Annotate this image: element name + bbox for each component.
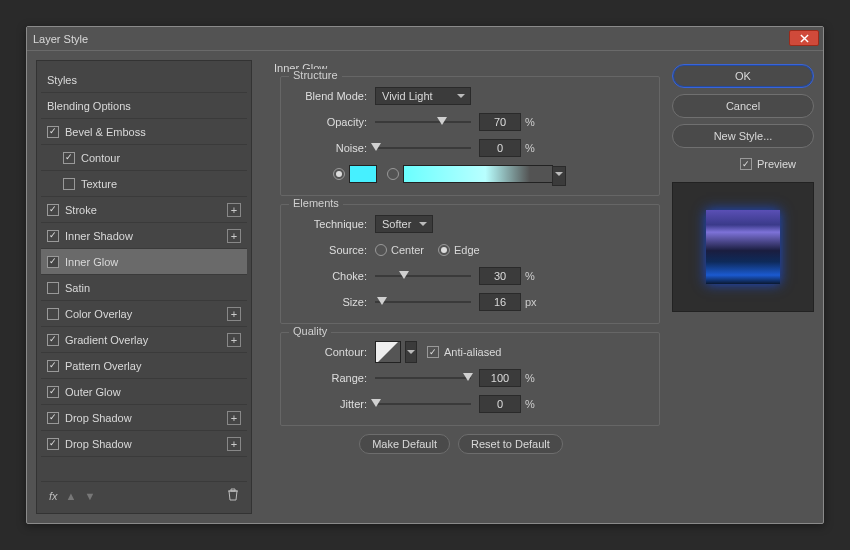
effect-label: Contour xyxy=(81,152,120,164)
quality-group: Quality Contour: Anti-aliased Range: 100… xyxy=(280,332,660,426)
opacity-input[interactable]: 70 xyxy=(479,113,521,131)
preview-label: Preview xyxy=(757,158,796,170)
range-label: Range: xyxy=(291,372,367,384)
choke-unit: % xyxy=(525,270,535,282)
glow-gradient-radio[interactable] xyxy=(387,168,399,180)
range-input[interactable]: 100 xyxy=(479,369,521,387)
choke-input[interactable]: 30 xyxy=(479,267,521,285)
fx-icon[interactable]: fx xyxy=(49,490,58,502)
effect-label: Pattern Overlay xyxy=(65,360,141,372)
effect-label: Inner Glow xyxy=(65,256,118,268)
add-effect-icon[interactable]: + xyxy=(227,437,241,451)
effect-label: Styles xyxy=(47,74,77,86)
effect-row-styles[interactable]: Styles xyxy=(41,67,247,93)
effect-row-drop-shadow[interactable]: Drop Shadow+ xyxy=(41,431,247,457)
preview-checkbox[interactable] xyxy=(740,158,752,170)
cancel-button[interactable]: Cancel xyxy=(672,94,814,118)
effect-row-blending-options[interactable]: Blending Options xyxy=(41,93,247,119)
effect-label: Blending Options xyxy=(47,100,131,112)
make-default-button[interactable]: Make Default xyxy=(359,434,450,454)
choke-slider[interactable] xyxy=(375,269,471,283)
effects-footer: fx ▲ ▼ xyxy=(41,481,247,509)
close-button[interactable] xyxy=(789,30,819,46)
effect-row-satin[interactable]: Satin xyxy=(41,275,247,301)
opacity-label: Opacity: xyxy=(291,116,367,128)
noise-slider[interactable] xyxy=(375,141,471,155)
effect-checkbox[interactable] xyxy=(63,178,75,190)
add-effect-icon[interactable]: + xyxy=(227,307,241,321)
effect-row-color-overlay[interactable]: Color Overlay+ xyxy=(41,301,247,327)
range-unit: % xyxy=(525,372,535,384)
move-down-icon[interactable]: ▼ xyxy=(84,490,95,502)
effect-row-stroke[interactable]: Stroke+ xyxy=(41,197,247,223)
effects-list: StylesBlending OptionsBevel & EmbossCont… xyxy=(36,60,252,514)
effect-checkbox[interactable] xyxy=(47,334,59,346)
effect-row-pattern-overlay[interactable]: Pattern Overlay xyxy=(41,353,247,379)
reset-default-button[interactable]: Reset to Default xyxy=(458,434,563,454)
add-effect-icon[interactable]: + xyxy=(227,203,241,217)
effect-checkbox[interactable] xyxy=(47,282,59,294)
effect-checkbox[interactable] xyxy=(47,230,59,242)
effect-row-outer-glow[interactable]: Outer Glow xyxy=(41,379,247,405)
quality-legend: Quality xyxy=(289,325,331,337)
effect-checkbox[interactable] xyxy=(47,308,59,320)
antialiased-checkbox[interactable] xyxy=(427,346,439,358)
effect-row-inner-shadow[interactable]: Inner Shadow+ xyxy=(41,223,247,249)
contour-picker[interactable] xyxy=(375,341,401,363)
glow-gradient-picker[interactable] xyxy=(403,165,553,183)
effect-checkbox[interactable] xyxy=(47,126,59,138)
add-effect-icon[interactable]: + xyxy=(227,411,241,425)
ok-button[interactable]: OK xyxy=(672,64,814,88)
effect-label: Stroke xyxy=(65,204,97,216)
effect-label: Bevel & Emboss xyxy=(65,126,146,138)
source-label: Source: xyxy=(291,244,367,256)
contour-dropdown[interactable] xyxy=(405,341,417,363)
choke-label: Choke: xyxy=(291,270,367,282)
jitter-slider[interactable] xyxy=(375,397,471,411)
jitter-input[interactable]: 0 xyxy=(479,395,521,413)
structure-group: Structure Blend Mode: Vivid Light Opacit… xyxy=(280,76,660,196)
effect-label: Drop Shadow xyxy=(65,412,132,424)
effect-label: Color Overlay xyxy=(65,308,132,320)
antialiased-label: Anti-aliased xyxy=(444,346,501,358)
size-slider[interactable] xyxy=(375,295,471,309)
effect-label: Texture xyxy=(81,178,117,190)
effect-row-drop-shadow[interactable]: Drop Shadow+ xyxy=(41,405,247,431)
new-style-button[interactable]: New Style... xyxy=(672,124,814,148)
effect-checkbox[interactable] xyxy=(47,360,59,372)
effect-row-gradient-overlay[interactable]: Gradient Overlay+ xyxy=(41,327,247,353)
effect-checkbox[interactable] xyxy=(63,152,75,164)
effect-checkbox[interactable] xyxy=(47,256,59,268)
trash-icon[interactable] xyxy=(227,488,239,503)
effect-checkbox[interactable] xyxy=(47,204,59,216)
titlebar[interactable]: Layer Style xyxy=(27,27,823,51)
effect-checkbox[interactable] xyxy=(47,438,59,450)
glow-color-radio[interactable] xyxy=(333,168,345,180)
blend-mode-select[interactable]: Vivid Light xyxy=(375,87,471,105)
effect-row-texture[interactable]: Texture xyxy=(41,171,247,197)
size-input[interactable]: 16 xyxy=(479,293,521,311)
noise-input[interactable]: 0 xyxy=(479,139,521,157)
settings-panel: Inner Glow Structure Blend Mode: Vivid L… xyxy=(262,60,662,514)
size-unit: px xyxy=(525,296,537,308)
source-center-radio[interactable] xyxy=(375,244,387,256)
effect-row-inner-glow[interactable]: Inner Glow xyxy=(41,249,247,275)
effect-checkbox[interactable] xyxy=(47,386,59,398)
source-edge-radio[interactable] xyxy=(438,244,450,256)
move-up-icon[interactable]: ▲ xyxy=(66,490,77,502)
technique-select[interactable]: Softer xyxy=(375,215,433,233)
source-center-label: Center xyxy=(391,244,424,256)
add-effect-icon[interactable]: + xyxy=(227,229,241,243)
noise-label: Noise: xyxy=(291,142,367,154)
effect-row-bevel-emboss[interactable]: Bevel & Emboss xyxy=(41,119,247,145)
glow-color-swatch[interactable] xyxy=(349,165,377,183)
range-slider[interactable] xyxy=(375,371,471,385)
preview-image xyxy=(706,210,780,284)
effect-row-contour[interactable]: Contour xyxy=(41,145,247,171)
opacity-slider[interactable] xyxy=(375,115,471,129)
add-effect-icon[interactable]: + xyxy=(227,333,241,347)
dialog-actions: OK Cancel New Style... Preview xyxy=(672,60,814,514)
layer-style-dialog: Layer Style StylesBlending OptionsBevel … xyxy=(26,26,824,524)
technique-label: Technique: xyxy=(291,218,367,230)
effect-checkbox[interactable] xyxy=(47,412,59,424)
